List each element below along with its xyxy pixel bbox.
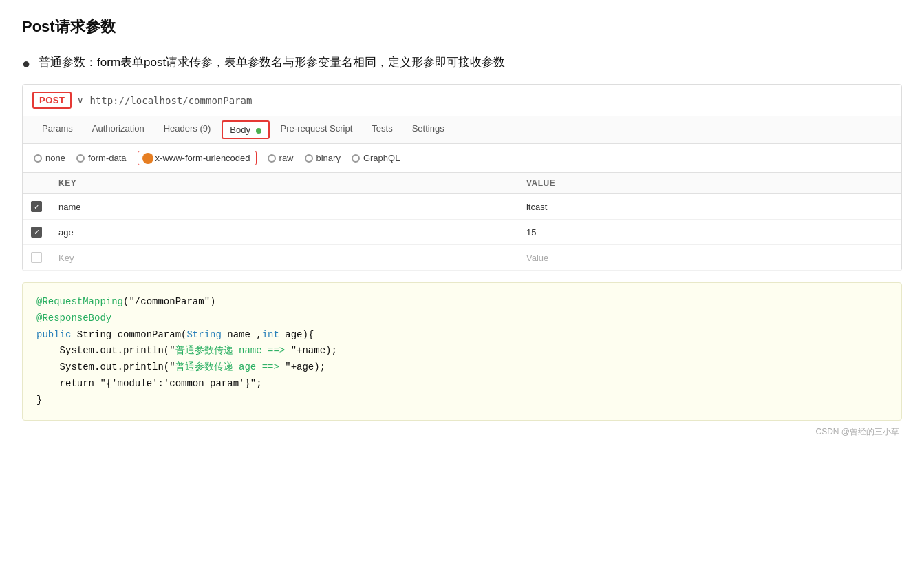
bullet-symbol: ● (22, 54, 30, 73)
radio-form-data-label: form-data (88, 153, 127, 163)
body-dot (256, 128, 261, 134)
col-value: VALUE (518, 173, 901, 194)
code-line-1: @RequestMapping("/commonParam") (36, 294, 888, 311)
tab-tests[interactable]: Tests (362, 116, 402, 144)
radio-graphql[interactable]: GraphQL (352, 153, 400, 163)
row1-key[interactable]: name (50, 194, 518, 220)
method-badge[interactable]: POST (32, 92, 72, 109)
row3-key[interactable]: Key (50, 245, 518, 271)
radio-none-circle (34, 154, 42, 163)
tab-settings[interactable]: Settings (402, 116, 454, 144)
radio-raw-label: raw (279, 153, 294, 163)
row1-checkbox[interactable]: ✓ (31, 201, 42, 212)
radio-form-data[interactable]: form-data (76, 153, 127, 163)
tab-authorization[interactable]: Authorization (83, 116, 154, 144)
annotation-2: @ResponseBody (36, 313, 111, 324)
page-title: Post请求参数 (22, 17, 902, 37)
radio-binary-label: binary (316, 153, 341, 163)
tab-headers[interactable]: Headers (9) (154, 116, 221, 144)
row2-key[interactable]: age (50, 220, 518, 245)
code-line-3: public String commonParam(String name ,i… (36, 327, 888, 344)
radio-graphql-circle (352, 154, 360, 163)
radio-none-label: none (45, 153, 65, 163)
body-types: none form-data x-www-form-urlencoded raw… (23, 144, 901, 173)
row2-value[interactable]: 15 (518, 220, 901, 245)
radio-graphql-label: GraphQL (363, 153, 400, 163)
table-row: ✓ name itcast (23, 194, 901, 220)
col-check (23, 173, 50, 194)
col-key: KEY (50, 173, 518, 194)
code-line-7: } (36, 392, 888, 409)
url-input: http://localhost/commonParam (89, 95, 252, 106)
row1-value[interactable]: itcast (518, 194, 901, 220)
kv-table: KEY VALUE ✓ name itcast ✓ age 15 (23, 173, 901, 271)
radio-urlencoded-label: x-www-form-urlencoded (155, 153, 250, 163)
row3-value[interactable]: Value (518, 245, 901, 271)
tabs-bar: Params Authorization Headers (9) Body Pr… (23, 116, 901, 144)
code-line-4: System.out.println("普通参数传递 name ==> "+na… (36, 343, 888, 359)
annotation-1: @RequestMapping (36, 296, 123, 307)
row3-checkbox[interactable] (31, 252, 42, 263)
radio-binary-circle (305, 154, 313, 163)
tab-body[interactable]: Body (222, 120, 269, 139)
radio-binary[interactable]: binary (305, 153, 341, 163)
tab-pre-request[interactable]: Pre-request Script (271, 116, 363, 144)
table-row: Key Value (23, 245, 901, 271)
url-bar: POST ∨ http://localhost/commonParam (23, 85, 901, 116)
code-line-2: @ResponseBody (36, 311, 888, 327)
method-dropdown[interactable]: ∨ (77, 95, 84, 105)
bullet-text: 普通参数：form表单post请求传参，表单参数名与形参变量名相同，定义形参即可… (39, 54, 505, 72)
watermark: CSDN @曾经的三小草 (22, 426, 902, 438)
bullet-section: ● 普通参数：form表单post请求传参，表单参数名与形参变量名相同，定义形参… (22, 54, 902, 73)
code-line-6: return "{'module':'common param'}"; (36, 376, 888, 392)
postman-panel: POST ∨ http://localhost/commonParam Para… (22, 84, 902, 271)
code-block: @RequestMapping("/commonParam") @Respons… (22, 282, 902, 421)
radio-urlencoded-circle (144, 154, 152, 163)
table-row: ✓ age 15 (23, 220, 901, 245)
radio-raw-circle (268, 154, 276, 163)
radio-raw[interactable]: raw (268, 153, 294, 163)
code-line-5: System.out.println("普通参数传递 age ==> "+age… (36, 359, 888, 376)
radio-urlencoded[interactable]: x-www-form-urlencoded (138, 151, 257, 165)
tab-params[interactable]: Params (32, 116, 83, 144)
row2-checkbox[interactable]: ✓ (31, 227, 42, 238)
radio-form-data-circle (76, 154, 85, 163)
radio-none[interactable]: none (34, 153, 65, 163)
